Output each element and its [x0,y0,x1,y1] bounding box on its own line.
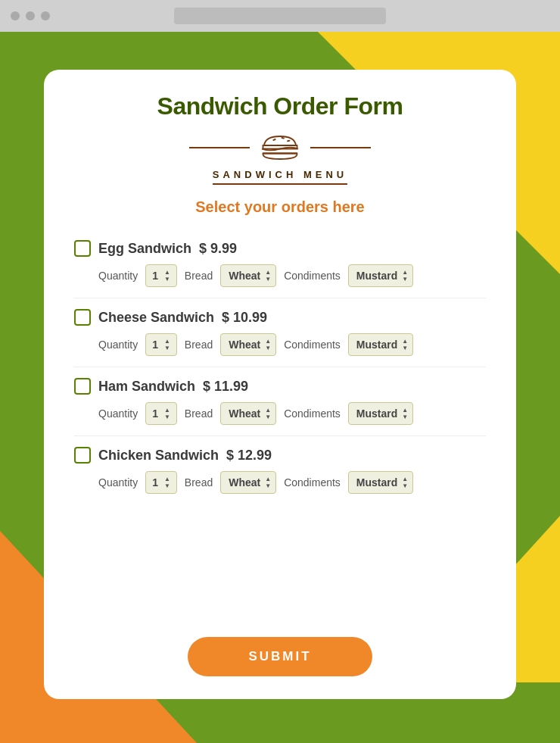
bread-down-ham-sandwich[interactable]: ▼ [265,414,271,420]
bread-select-chicken-sandwich[interactable]: Wheat ▲ ▼ [220,471,276,494]
bread-arrows-ham-sandwich[interactable]: ▲ ▼ [265,407,271,420]
quantity-value-chicken-sandwich: 1 ▲ ▼ [145,471,177,494]
quantity-stepper-ham-sandwich[interactable]: 1 ▲ ▼ [145,402,177,425]
bread-select-cheese-sandwich[interactable]: Wheat ▲ ▼ [220,333,276,356]
condiments-down-egg-sandwich[interactable]: ▼ [402,276,408,283]
menu-label-row: SANDWICH MENU [213,169,347,185]
address-bar[interactable] [174,8,386,24]
quantity-arrows-chicken-sandwich[interactable]: ▲ ▼ [164,476,170,489]
bread-down-cheese-sandwich[interactable]: ▼ [265,345,271,351]
browser-dot-1 [11,11,20,20]
bread-label-cheese-sandwich: Bread [185,339,213,351]
quantity-arrows-egg-sandwich[interactable]: ▲ ▼ [164,270,170,283]
checkbox-cheese-sandwich[interactable] [74,309,91,326]
condiments-up-egg-sandwich[interactable]: ▲ [402,270,408,276]
condiments-up-cheese-sandwich[interactable]: ▲ [402,339,408,345]
condiments-select-ham-sandwich[interactable]: Mustard ▲ ▼ [348,402,413,425]
quantity-up-egg-sandwich[interactable]: ▲ [164,270,170,276]
item-controls-egg-sandwich: Quantity 1 ▲ ▼ Bread Wheat ▲ ▼ Condiment [98,264,486,287]
quantity-down-ham-sandwich[interactable]: ▼ [164,414,170,420]
bread-down-egg-sandwich[interactable]: ▼ [265,276,271,283]
item-controls-chicken-sandwich: Quantity 1 ▲ ▼ Bread Wheat ▲ ▼ Condiment [98,471,486,494]
quantity-stepper-cheese-sandwich[interactable]: 1 ▲ ▼ [145,333,177,356]
condiments-down-ham-sandwich[interactable]: ▼ [402,414,408,420]
bread-up-chicken-sandwich[interactable]: ▲ [265,476,271,482]
bread-value-chicken-sandwich: Wheat [229,476,260,489]
quantity-down-chicken-sandwich[interactable]: ▼ [164,483,170,489]
bread-down-chicken-sandwich[interactable]: ▼ [265,483,271,489]
menu-label: SANDWICH MENU [213,169,347,185]
condiments-select-chicken-sandwich[interactable]: Mustard ▲ ▼ [348,471,413,494]
condiments-arrows-ham-sandwich[interactable]: ▲ ▼ [402,407,408,420]
quantity-down-cheese-sandwich[interactable]: ▼ [164,345,170,351]
svg-point-2 [287,140,291,142]
browser-dot-3 [41,11,50,20]
condiments-label-ham-sandwich: Condiments [284,407,341,420]
quantity-value-cheese-sandwich: 1 ▲ ▼ [145,333,177,356]
quantity-stepper-chicken-sandwich[interactable]: 1 ▲ ▼ [145,471,177,494]
condiments-arrows-cheese-sandwich[interactable]: ▲ ▼ [402,339,408,351]
item-header-ham-sandwich: Ham Sandwich $ 11.99 [74,378,486,395]
bread-value-ham-sandwich: Wheat [229,407,260,420]
condiments-value-chicken-sandwich: Mustard [356,476,397,489]
checkbox-ham-sandwich[interactable] [74,378,91,395]
bread-up-cheese-sandwich[interactable]: ▲ [265,339,271,345]
item-controls-ham-sandwich: Quantity 1 ▲ ▼ Bread Wheat ▲ ▼ Condiment [98,402,486,425]
sandwich-item-egg-sandwich: Egg Sandwich $ 9.99 Quantity 1 ▲ ▼ Bread… [74,229,486,298]
quantity-label-cheese-sandwich: Quantity [98,339,138,351]
item-name-egg-sandwich: Egg Sandwich [98,241,191,257]
form-title: Sandwich Order Form [157,92,403,120]
condiments-value-egg-sandwich: Mustard [356,270,397,282]
condiments-value-ham-sandwich: Mustard [356,407,397,420]
sandwich-item-ham-sandwich: Ham Sandwich $ 11.99 Quantity 1 ▲ ▼ Brea… [74,367,486,436]
bread-value-egg-sandwich: Wheat [229,270,260,282]
menu-header [189,131,371,164]
quantity-value-ham-sandwich: 1 ▲ ▼ [145,402,177,425]
condiments-up-chicken-sandwich[interactable]: ▲ [402,476,408,482]
condiments-value-cheese-sandwich: Mustard [356,339,397,351]
bread-value-cheese-sandwich: Wheat [229,339,260,351]
quantity-label-ham-sandwich: Quantity [98,407,138,420]
condiments-up-ham-sandwich[interactable]: ▲ [402,407,408,414]
bread-up-egg-sandwich[interactable]: ▲ [265,270,271,276]
select-prompt: Select your orders here [195,198,364,216]
quantity-up-chicken-sandwich[interactable]: ▲ [164,476,170,482]
condiments-label-chicken-sandwich: Condiments [284,476,341,489]
bread-arrows-chicken-sandwich[interactable]: ▲ ▼ [265,476,271,489]
bread-arrows-cheese-sandwich[interactable]: ▲ ▼ [265,339,271,351]
sandwich-item-chicken-sandwich: Chicken Sandwich $ 12.99 Quantity 1 ▲ ▼ … [74,436,486,504]
submit-button[interactable]: SUBMIT [188,637,372,676]
quantity-arrows-cheese-sandwich[interactable]: ▲ ▼ [164,339,170,351]
condiments-label-cheese-sandwich: Condiments [284,339,341,351]
browser-dot-2 [26,11,35,20]
condiments-down-cheese-sandwich[interactable]: ▼ [402,345,408,351]
quantity-up-cheese-sandwich[interactable]: ▲ [164,339,170,345]
quantity-arrows-ham-sandwich[interactable]: ▲ ▼ [164,407,170,420]
item-price-ham-sandwich: $ 11.99 [203,379,248,395]
order-form-card: Sandwich Order Form SANDWICH MENU Select… [44,70,516,699]
condiments-down-chicken-sandwich[interactable]: ▼ [402,483,408,489]
bread-select-ham-sandwich[interactable]: Wheat ▲ ▼ [220,402,276,425]
checkbox-chicken-sandwich[interactable] [74,447,91,464]
bread-arrows-egg-sandwich[interactable]: ▲ ▼ [265,270,271,283]
checkbox-egg-sandwich[interactable] [74,240,91,257]
bread-up-ham-sandwich[interactable]: ▲ [265,407,271,414]
item-header-egg-sandwich: Egg Sandwich $ 9.99 [74,240,486,257]
condiments-select-egg-sandwich[interactable]: Mustard ▲ ▼ [348,264,413,287]
item-header-chicken-sandwich: Chicken Sandwich $ 12.99 [74,447,486,464]
item-controls-cheese-sandwich: Quantity 1 ▲ ▼ Bread Wheat ▲ ▼ Condiment [98,333,486,356]
condiments-arrows-egg-sandwich[interactable]: ▲ ▼ [402,270,408,283]
browser-chrome [0,0,560,32]
item-price-cheese-sandwich: $ 10.99 [222,310,267,326]
quantity-up-ham-sandwich[interactable]: ▲ [164,407,170,414]
condiments-select-cheese-sandwich[interactable]: Mustard ▲ ▼ [348,333,413,356]
condiments-arrows-chicken-sandwich[interactable]: ▲ ▼ [402,476,408,489]
quantity-down-egg-sandwich[interactable]: ▼ [164,276,170,283]
bread-select-egg-sandwich[interactable]: Wheat ▲ ▼ [220,264,276,287]
quantity-stepper-egg-sandwich[interactable]: 1 ▲ ▼ [145,264,177,287]
bread-label-chicken-sandwich: Bread [185,476,213,489]
item-name-cheese-sandwich: Cheese Sandwich [98,310,214,326]
sandwich-icon [257,131,303,164]
item-name-chicken-sandwich: Chicken Sandwich [98,448,219,464]
quantity-label-egg-sandwich: Quantity [98,270,138,282]
